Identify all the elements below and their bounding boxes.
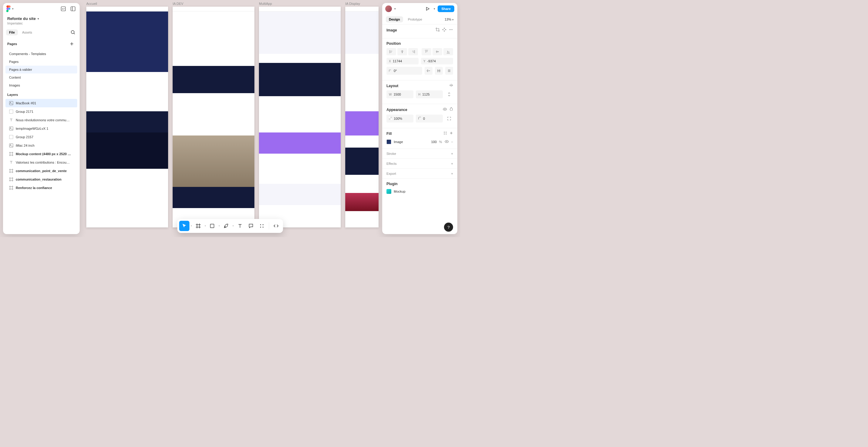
more-transform-button[interactable] bbox=[445, 67, 453, 75]
fill-header: Fill bbox=[386, 132, 392, 136]
effects-header[interactable]: Effects bbox=[386, 162, 397, 165]
chevron-down-icon[interactable]: ▾ bbox=[394, 7, 396, 10]
tab-design[interactable]: Design bbox=[386, 16, 403, 22]
tab-prototype[interactable]: Prototype bbox=[405, 16, 425, 22]
align-hcenter-button[interactable] bbox=[397, 48, 407, 55]
frame-label[interactable]: IA Display bbox=[345, 2, 360, 5]
frame-label[interactable]: IA DEV bbox=[173, 2, 183, 5]
component-icon[interactable] bbox=[442, 28, 446, 33]
page-item[interactable]: Pages bbox=[5, 58, 77, 66]
more-icon[interactable] bbox=[449, 28, 453, 33]
play-icon[interactable] bbox=[424, 5, 431, 12]
zoom-level[interactable]: 13% ▾ bbox=[444, 18, 454, 21]
visibility-icon[interactable] bbox=[443, 107, 447, 112]
y-input[interactable]: Y-9374 bbox=[421, 58, 453, 64]
svg-rect-3 bbox=[71, 7, 75, 11]
page-item[interactable]: Pages à valider bbox=[5, 66, 77, 73]
layer-item[interactable]: Mockup content (4480 px x 2520 … bbox=[5, 150, 77, 158]
layer-item[interactable]: Group 2157 bbox=[5, 133, 77, 141]
frame-ia-display[interactable] bbox=[345, 7, 379, 228]
chevron-down-icon[interactable]: ▾ bbox=[434, 7, 435, 10]
tab-assets[interactable]: Assets bbox=[19, 29, 35, 35]
width-input[interactable]: W1500 bbox=[386, 91, 413, 98]
layer-item[interactable]: tempImageWGzLvX 1 bbox=[5, 124, 77, 133]
pen-tool[interactable] bbox=[221, 221, 231, 231]
a11y-icon[interactable]: A? bbox=[60, 5, 67, 12]
flip-h-button[interactable] bbox=[425, 67, 433, 75]
frame-label[interactable]: Accueil bbox=[86, 2, 97, 5]
page-item[interactable]: Images bbox=[5, 81, 77, 89]
add-page-button[interactable] bbox=[68, 40, 75, 47]
visibility-icon[interactable] bbox=[444, 139, 449, 144]
radius-input[interactable]: 0 bbox=[416, 115, 443, 123]
search-icon[interactable] bbox=[69, 29, 76, 36]
frame-tool[interactable] bbox=[193, 221, 204, 231]
align-vcenter-button[interactable] bbox=[433, 48, 442, 55]
add-stroke-button[interactable]: + bbox=[451, 152, 453, 156]
crop-icon[interactable] bbox=[435, 28, 440, 33]
frame-label[interactable]: MultiApp bbox=[259, 2, 272, 5]
left-panel: ▾ A? Refonte du site ▾ Imperiatec File A… bbox=[3, 3, 80, 234]
flip-v-button[interactable] bbox=[435, 67, 443, 75]
plugin-icon bbox=[386, 189, 391, 194]
avatar[interactable] bbox=[385, 5, 392, 12]
layer-item[interactable]: Renforcez la confiance bbox=[5, 183, 77, 192]
align-top-button[interactable] bbox=[422, 48, 431, 55]
file-title[interactable]: Refonte du site ▾ bbox=[7, 16, 75, 21]
frame-multiapp[interactable] bbox=[259, 7, 341, 228]
stroke-header[interactable]: Stroke bbox=[386, 152, 396, 156]
align-left-button[interactable] bbox=[386, 48, 396, 55]
add-export-button[interactable]: + bbox=[451, 172, 453, 175]
team-name[interactable]: Imperiatec bbox=[7, 22, 75, 25]
remove-fill-button[interactable]: − bbox=[451, 140, 453, 144]
figma-logo-icon[interactable] bbox=[6, 5, 11, 12]
chevron-down-icon[interactable]: ▾ bbox=[232, 225, 235, 227]
text-tool[interactable] bbox=[235, 221, 245, 231]
x-input[interactable]: X11744 bbox=[386, 58, 418, 64]
chevron-down-icon[interactable]: ▾ bbox=[218, 225, 220, 227]
opacity-input[interactable]: 100% bbox=[386, 115, 413, 123]
align-right-button[interactable] bbox=[408, 48, 418, 55]
share-button[interactable]: Share bbox=[438, 5, 454, 12]
chevron-down-icon[interactable]: ▾ bbox=[12, 7, 13, 10]
fill-opacity[interactable]: 100 bbox=[431, 140, 436, 144]
actions-tool[interactable] bbox=[257, 221, 267, 231]
layer-item[interactable]: Nous révolutionnons votre commu… bbox=[5, 116, 77, 124]
add-fill-button[interactable] bbox=[450, 131, 453, 136]
blend-icon[interactable] bbox=[450, 107, 453, 112]
layer-item[interactable]: MacBook #01 bbox=[5, 99, 77, 107]
chevron-down-icon[interactable]: ▾ bbox=[204, 225, 207, 227]
page-item[interactable]: Compenents - Templates bbox=[5, 50, 77, 58]
svg-rect-14 bbox=[9, 127, 13, 130]
tab-file[interactable]: File bbox=[6, 29, 18, 35]
panel-toggle-icon[interactable] bbox=[69, 5, 76, 12]
layer-item[interactable]: communication_point_de_vente bbox=[5, 167, 77, 175]
text-icon bbox=[9, 118, 13, 122]
chevron-down-icon[interactable]: ▾ bbox=[190, 225, 193, 227]
canvas[interactable]: Accueil IA DEV MultiApp IA Display bbox=[82, 0, 382, 237]
export-header[interactable]: Export bbox=[386, 172, 396, 175]
add-effect-button[interactable]: + bbox=[451, 162, 453, 165]
page-item[interactable]: Content bbox=[5, 73, 77, 81]
comment-tool[interactable] bbox=[246, 221, 256, 231]
move-tool[interactable] bbox=[179, 221, 190, 231]
autolayout-icon[interactable] bbox=[450, 83, 453, 88]
dev-mode-tool[interactable] bbox=[271, 221, 281, 231]
lock-aspect-button[interactable] bbox=[445, 91, 453, 98]
fill-type[interactable]: Image bbox=[394, 140, 429, 144]
layer-item[interactable]: communication_restauration bbox=[5, 175, 77, 183]
align-bottom-button[interactable] bbox=[443, 48, 453, 55]
rotation-input[interactable]: 0° bbox=[386, 67, 422, 75]
height-input[interactable]: H1125 bbox=[416, 91, 443, 98]
layer-item[interactable]: iMac 24 inch bbox=[5, 141, 77, 150]
layer-item[interactable]: Valorisez les contributions : Encou… bbox=[5, 158, 77, 167]
corner-detail-button[interactable] bbox=[445, 115, 453, 123]
layer-item[interactable]: Group 2171 bbox=[5, 107, 77, 116]
fill-swatch[interactable] bbox=[386, 139, 391, 144]
plugin-item[interactable]: Mockup bbox=[394, 190, 406, 193]
styles-icon[interactable] bbox=[443, 131, 447, 136]
frame-accueil[interactable] bbox=[86, 7, 168, 228]
help-button[interactable]: ? bbox=[444, 222, 453, 232]
shape-tool[interactable] bbox=[207, 221, 217, 231]
frame-ia-dev[interactable] bbox=[173, 7, 254, 228]
